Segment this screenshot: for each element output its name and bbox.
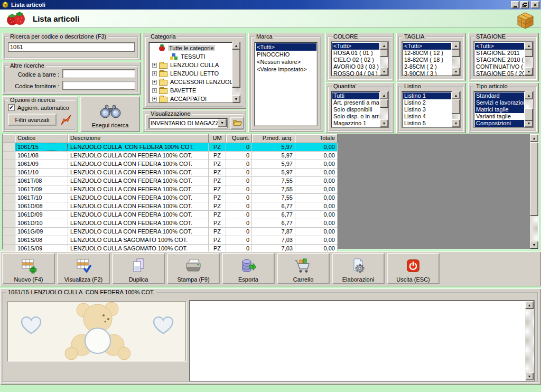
scrollbar-thumb[interactable] [530, 142, 538, 216]
pmed-cell[interactable]: 7,55 [252, 177, 295, 185]
list-item[interactable]: Art. presenti a maga [332, 99, 379, 106]
table-row[interactable]: 1061S/08 LENZUOLO CULLA SAGOMATO 100% CO… [3, 236, 538, 245]
list-item[interactable]: <Tutti> [475, 43, 524, 50]
article-notes-textarea[interactable]: ▲ ▼ [189, 300, 535, 381]
pmed-cell[interactable]: 5,97 [252, 160, 295, 169]
quant-cell[interactable]: 0 [226, 185, 252, 194]
totale-cell[interactable]: 0,00 [295, 160, 338, 169]
codice-cell[interactable]: 1061/10 [15, 169, 68, 177]
scroll-up-icon[interactable]: ▲ [452, 42, 460, 50]
table-row[interactable]: 1061T/08 LENZUOLO CULLA CON FEDERA 100% … [3, 177, 538, 185]
col-descrizione[interactable]: Descrizione [68, 134, 209, 143]
um-cell[interactable]: PZ [209, 219, 226, 228]
scrollbar-thumb[interactable] [452, 50, 460, 57]
list-item[interactable]: Tutti [332, 92, 379, 99]
scroll-down-icon[interactable]: ▼ [380, 119, 388, 127]
descrizione-cell[interactable]: LENZUOLO CULLA CON FEDERA 100% COT. [68, 143, 209, 152]
quant-cell[interactable]: 0 [226, 177, 252, 185]
descrizione-cell[interactable]: LENZUOLO CULLA CON FEDERA 100% COT. [68, 152, 209, 160]
tree-expand-icon[interactable] [152, 63, 157, 68]
scrollbar-thumb[interactable] [525, 108, 533, 121]
barcode-input[interactable] [62, 69, 135, 78]
scroll-up-icon[interactable]: ▲ [380, 42, 388, 50]
row-selector-cell[interactable] [3, 143, 15, 152]
codice-cell[interactable]: 1061G/09 [15, 228, 68, 236]
descrizione-cell[interactable]: LENZUOLO CULLA CON FEDERA 100% COT. [68, 211, 209, 219]
codice-cell[interactable]: 1061S/08 [15, 236, 68, 245]
list-item[interactable]: CIELO 02 ( 02 ) [332, 57, 379, 63]
list-item[interactable]: Solo disponibili [332, 106, 379, 113]
um-cell[interactable]: PZ [209, 152, 226, 160]
um-cell[interactable]: PZ [209, 228, 226, 236]
um-cell[interactable]: PZ [209, 194, 226, 202]
row-selector-cell[interactable] [3, 152, 15, 160]
pmed-cell[interactable]: 6,77 [252, 202, 295, 211]
codice-cell[interactable]: 1061D/08 [15, 202, 68, 211]
tree-expand-icon[interactable] [152, 88, 157, 93]
list-item[interactable]: <Nessun valore> [256, 58, 316, 66]
totale-cell[interactable]: 0,00 [295, 219, 338, 228]
tree-expand-icon[interactable] [152, 97, 157, 101]
scrollbar-thumb[interactable] [452, 99, 460, 114]
pmed-cell[interactable]: 5,97 [252, 152, 295, 160]
totale-cell[interactable]: 0,00 [295, 177, 338, 185]
list-item[interactable]: Listino 2 [403, 99, 451, 106]
um-cell[interactable]: PZ [209, 211, 226, 219]
tree-item[interactable]: BAVETTE [150, 86, 239, 95]
scrollbar-thumb[interactable] [380, 50, 388, 57]
list-item[interactable]: Varianti taglie [475, 113, 524, 120]
close-button[interactable]: × [531, 1, 539, 8]
list-item[interactable]: Listino 1 [403, 92, 451, 99]
list-item[interactable]: <Valore impostato> [256, 66, 316, 73]
quant-cell[interactable]: 0 [226, 211, 252, 219]
list-item[interactable]: Matrici taglie [475, 106, 524, 113]
descrizione-cell[interactable]: LENZUOLO CULLA CON FEDERA 100% COT. [68, 228, 209, 236]
list-item[interactable]: 2-85CM ( 2 ) [403, 63, 451, 70]
row-selector-cell[interactable] [3, 194, 15, 202]
colore-scrollbar[interactable]: ▲ ▼ [380, 42, 388, 76]
pmed-cell[interactable]: 6,77 [252, 219, 295, 228]
table-row[interactable]: 1061D/08 LENZUOLO CULLA CON FEDERA 100% … [3, 202, 538, 211]
open-view-button[interactable] [230, 117, 244, 129]
uscita-button[interactable]: Uscita (ESC) [387, 253, 440, 284]
scroll-up-icon[interactable]: ▲ [525, 42, 533, 50]
tree-item[interactable]: ACCAPPATOI [150, 95, 239, 103]
quant-cell[interactable]: 0 [226, 219, 252, 228]
tree-expand-icon[interactable] [152, 71, 157, 76]
um-cell[interactable]: PZ [209, 202, 226, 211]
totale-cell[interactable]: 0,00 [295, 236, 338, 245]
codice-cell[interactable]: 1061T/09 [15, 185, 68, 194]
totale-cell[interactable]: 0,00 [295, 185, 338, 194]
col-totale[interactable]: Totale [295, 134, 338, 143]
codice-cell[interactable]: 1061T/10 [15, 194, 68, 202]
codice-cell[interactable]: 1061/08 [15, 152, 68, 160]
scroll-down-icon[interactable]: ▼ [380, 68, 388, 76]
um-cell[interactable]: PZ [209, 185, 226, 194]
row-selector-cell[interactable] [3, 228, 15, 236]
list-item[interactable]: Servizi e lavorazioni [475, 99, 524, 106]
esporta-button[interactable]: Esporta [222, 253, 275, 284]
scroll-up-icon[interactable]: ▲ [232, 42, 240, 50]
list-item[interactable]: Solo disp. o in arrivo [332, 113, 379, 120]
list-item[interactable]: Listino 5 [403, 120, 451, 127]
categoria-scrollbar[interactable]: ▲ ▼ [232, 42, 240, 103]
list-item[interactable]: 12-80CM ( 12 ) [403, 50, 451, 57]
codice-cell[interactable]: 1061/09 [15, 160, 68, 169]
um-cell[interactable]: PZ [209, 236, 226, 245]
scroll-down-icon[interactable]: ▼ [452, 119, 460, 127]
list-item[interactable]: Listino 3 [403, 106, 451, 113]
supplier-code-input[interactable] [62, 81, 135, 90]
descrizione-cell[interactable]: LENZUOLO CULLA CON FEDERA 100% COT. [68, 202, 209, 211]
totale-cell[interactable]: 0,00 [295, 143, 338, 152]
scroll-down-icon[interactable]: ▼ [452, 68, 460, 76]
list-item[interactable]: ROSSO 04 ( 04 ) [332, 70, 379, 76]
row-selector-cell[interactable] [3, 202, 15, 211]
notes-scrollbar[interactable]: ▲ ▼ [525, 301, 534, 380]
quant-cell[interactable]: 0 [226, 143, 252, 152]
pmed-cell[interactable]: 6,77 [252, 211, 295, 219]
pmed-cell[interactable]: 5,97 [252, 169, 295, 177]
quant-cell[interactable]: 0 [226, 236, 252, 245]
table-row[interactable]: 1061D/10 LENZUOLO CULLA CON FEDERA 100% … [3, 219, 538, 228]
tree-item[interactable]: LENZUOLI LETTO [150, 69, 239, 78]
scroll-up-icon[interactable]: ▲ [525, 91, 533, 99]
